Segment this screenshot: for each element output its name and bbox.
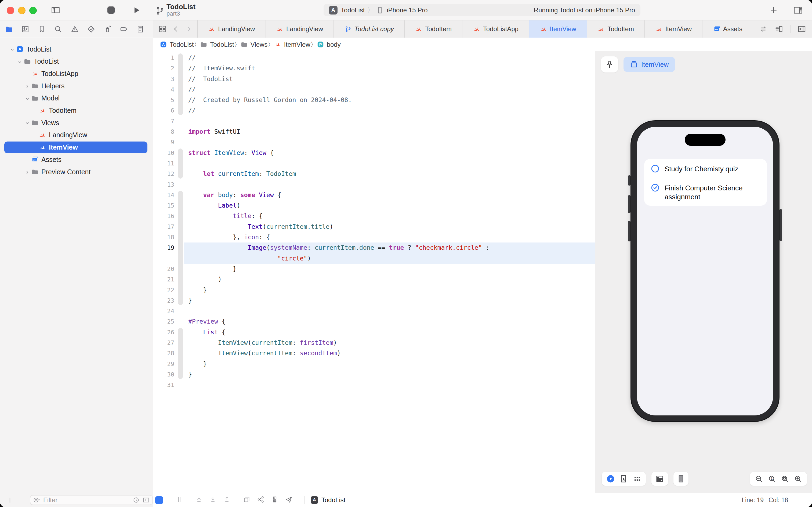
todo-row[interactable]: Finish Computer Science assignment <box>663 178 767 206</box>
code-line-26[interactable]: 26 List { <box>153 327 595 338</box>
device-cursor-button[interactable] <box>619 474 628 484</box>
tab-itemview[interactable]: ItemView <box>529 20 587 38</box>
run-destination-device[interactable]: iPhone 15 Pro <box>387 6 427 14</box>
add-editor-icon[interactable] <box>798 25 806 33</box>
breadcrumb-item[interactable]: Views <box>241 41 268 48</box>
tab-landingview[interactable]: LandingView <box>266 20 334 38</box>
breadcrumb-item[interactable]: ItemView <box>274 41 310 48</box>
run-destination-app[interactable]: TodoList <box>341 6 365 14</box>
code-line-31[interactable]: 31 <box>153 380 595 390</box>
code-line-27[interactable]: 27 ItemView(currentItem: firstItem) <box>153 338 595 348</box>
breadcrumb-item[interactable]: Pbody <box>317 41 341 48</box>
code-line-21[interactable]: 21 ) <box>153 274 595 285</box>
sidebar-item-itemview[interactable]: ItemView <box>0 142 151 153</box>
recents-icon[interactable] <box>133 497 139 504</box>
navigator-tab-tag[interactable] <box>120 25 128 33</box>
scheme-selector[interactable]: A TodoList 〉 iPhone 15 Pro Running TodoL… <box>324 4 640 16</box>
close-window-button[interactable] <box>7 7 14 14</box>
code-line-29[interactable]: 29 } <box>153 359 595 369</box>
tab-landingview[interactable]: LandingView <box>197 20 266 38</box>
zoom-window-button[interactable] <box>29 7 37 14</box>
code-line-16[interactable]: 16 title: { <box>153 211 595 221</box>
sidebar-item-model[interactable]: Model <box>0 92 151 104</box>
tab-assets[interactable]: Assets <box>702 20 753 38</box>
code-line-6[interactable]: 6// <box>153 105 595 116</box>
navigator-tab-bookmark[interactable] <box>38 25 46 33</box>
code-line-10[interactable]: 10struct ItemView: View { <box>153 148 595 158</box>
device-settings-button[interactable] <box>674 472 689 486</box>
sidebar-item-todolist[interactable]: A TodoList <box>0 43 151 55</box>
code-line-17[interactable]: 17 Text(currentItem.title) <box>153 222 595 232</box>
tab-todoitem[interactable]: TodoItem <box>587 20 644 38</box>
editor-options-icon[interactable] <box>775 25 783 33</box>
zoom-fit-button[interactable] <box>780 474 789 483</box>
zoom-one-button[interactable]: 1 <box>768 474 776 483</box>
sidebar-item-todolistapp[interactable]: TodoListApp <box>0 68 151 79</box>
zoom-out-button[interactable] <box>755 474 763 483</box>
plane-icon[interactable] <box>285 496 293 504</box>
pin-preview-button[interactable] <box>601 56 618 72</box>
navigator-tab-source-control[interactable] <box>21 25 30 33</box>
navigator-tab-spray[interactable] <box>103 25 112 33</box>
tab-todoitem[interactable]: TodoItem <box>404 20 462 38</box>
tri-under-icon[interactable] <box>195 496 203 504</box>
code-line-4[interactable]: 4// <box>153 84 595 95</box>
sidebar-item-landingview[interactable]: LandingView <box>0 129 151 141</box>
sidebar-item-assets[interactable]: Assets <box>0 154 151 165</box>
code-line-12[interactable]: 12 let currentItem: TodoItem <box>153 169 595 179</box>
code-line-28[interactable]: 28 ItemView(currentItem: secondItem) <box>153 348 595 358</box>
canvas-toggle-icon[interactable] <box>155 496 163 504</box>
code-line-19[interactable]: 19 Image(systemName: currentItem.done ==… <box>153 242 595 253</box>
code-line-30[interactable]: 30} <box>153 369 595 380</box>
code-line-22[interactable]: 22 } <box>153 285 595 295</box>
preview-tab-chip[interactable]: ItemView <box>624 57 675 72</box>
debug-area-toggle-icon[interactable] <box>798 496 807 504</box>
code-line-2[interactable]: 2// ItemView.swift <box>153 63 595 73</box>
up-under-icon[interactable] <box>223 496 231 504</box>
stop-button[interactable] <box>106 0 115 20</box>
tab-todolistapp[interactable]: TodoListApp <box>462 20 529 38</box>
code-line-3[interactable]: 3// TodoList <box>153 74 595 84</box>
tab-todolist-copy[interactable]: TodoList copy <box>334 20 404 38</box>
sidebar-item-preview-content[interactable]: Preview Content <box>0 166 151 178</box>
sidebar-item-views[interactable]: Views <box>0 117 151 129</box>
navigator-tab-folder-blue[interactable] <box>5 25 13 33</box>
code-line-20[interactable]: 20 } <box>153 264 595 274</box>
grid-dots-button[interactable] <box>633 474 642 484</box>
go-forward-icon[interactable] <box>185 25 192 33</box>
source-editor[interactable]: 1//2// ItemView.swift3// TodoList4//5// … <box>153 51 595 493</box>
toggles-icon[interactable] <box>271 496 279 504</box>
sidebar-item-helpers[interactable]: Helpers <box>0 80 151 92</box>
code-line-11[interactable]: 11 <box>153 158 595 169</box>
toggle-inspector-icon[interactable] <box>791 0 806 20</box>
navigator-tab-warning[interactable] <box>71 25 79 33</box>
code-line-24[interactable]: 24 <box>153 306 595 316</box>
swap-editors-icon[interactable] <box>759 25 768 33</box>
navigator-tab-test-diamond[interactable] <box>87 25 95 33</box>
code-line-23[interactable]: 23} <box>153 295 595 306</box>
navigator-tab-report[interactable] <box>136 25 144 33</box>
toggle-navigator-icon[interactable] <box>49 0 62 20</box>
bars-icon[interactable] <box>175 496 183 504</box>
code-line-7[interactable]: 7 <box>153 116 595 126</box>
code-line-8[interactable]: 8import SwiftUI <box>153 126 595 137</box>
sidebar-item-todolist[interactable]: TodoList <box>0 56 151 67</box>
active-target[interactable]: A TodoList <box>311 496 345 504</box>
tab-itemview[interactable]: ItemView <box>644 20 702 38</box>
sidebar-item-todoitem[interactable]: TodoItem <box>0 105 151 117</box>
breadcrumb-item[interactable]: TodoList <box>200 41 234 48</box>
code-line-25[interactable]: 25#Preview { <box>153 316 595 327</box>
code-line-18[interactable]: 18 }, icon: { <box>153 232 595 242</box>
code-line-wrap[interactable]: "circle") <box>153 253 595 264</box>
scheme-title-block[interactable]: TodoList part3 <box>167 3 195 17</box>
code-line-9[interactable]: 9 <box>153 137 595 148</box>
library-add-button[interactable] <box>767 0 780 20</box>
share-node-icon[interactable] <box>257 496 265 504</box>
filter-flags-icon[interactable] <box>142 496 150 504</box>
play-circle-button[interactable] <box>606 474 615 484</box>
zoom-in-button[interactable] <box>794 474 802 483</box>
code-line-13[interactable]: 13 <box>153 179 595 190</box>
minimize-window-button[interactable] <box>18 7 25 14</box>
code-line-1[interactable]: 1// <box>153 53 595 63</box>
add-file-icon[interactable] <box>6 496 14 504</box>
